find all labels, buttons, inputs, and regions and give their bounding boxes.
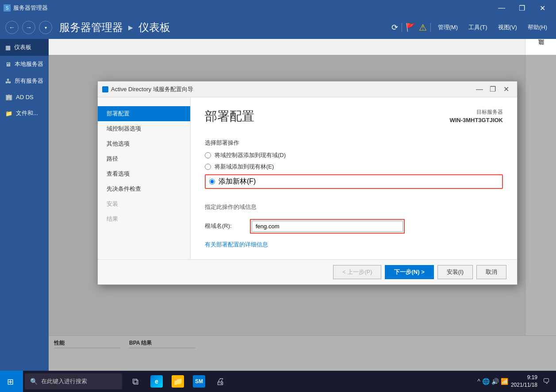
windows-logo-icon: ⊞ <box>7 377 16 386</box>
globe-icon[interactable]: 🌐 <box>482 378 490 385</box>
toolbar-title: 服务器管理器 <box>59 20 123 35</box>
radio-add-domain-to-existing-forest[interactable]: 将新域添加到现有林(E) <box>205 163 503 171</box>
radio-add-new-forest-container: 添加新林(F) <box>205 174 503 189</box>
dialog-app-icon <box>102 86 108 92</box>
dialog-nav-path[interactable]: 路径 <box>98 151 190 166</box>
domain-field-row: 根域名(R): <box>205 219 503 234</box>
toolbar-right: ⟳ 🚩 ⚠ 管理(M) 工具(T) 视图(V) 帮助(H) <box>391 22 551 33</box>
sm-main-area: ▦ 仪表板 🖥 本地服务器 🖧 所有服务器 🏢 AD DS 📁 文件和... <box>0 39 556 371</box>
notification-button[interactable]: 🗨 <box>540 375 552 388</box>
section-operation-label: 选择部署操作 <box>205 139 503 147</box>
tools-menu[interactable]: 工具(T) <box>465 22 491 33</box>
detail-link[interactable]: 有关部署配置的详细信息 <box>205 241 503 249</box>
nav-item-dashboard[interactable]: ▦ 仪表板 <box>0 39 49 56</box>
close-button[interactable]: ✕ <box>532 0 552 16</box>
flag-icon[interactable]: 🚩 <box>406 23 415 32</box>
dialog-body: 部署配置 域控制器选项 其他选项 路径 查看选项 先决条件检查 安装 结果 部署… <box>98 97 517 259</box>
dropdown-button[interactable]: ▾ <box>39 21 52 34</box>
domain-input[interactable] <box>252 221 403 232</box>
toolbar-arrow: ▶ <box>128 24 133 31</box>
dialog-nav-other[interactable]: 其他选项 <box>98 136 190 151</box>
dialog-nav-view[interactable]: 查看选项 <box>98 166 190 181</box>
taskbar-right: ^ 🌐 🔊 📶 9:19 2021/11/18 🗨 <box>477 374 556 389</box>
nav-icon-adds: 🏢 <box>5 94 12 100</box>
nav-icon-dashboard: ▦ <box>5 44 11 51</box>
system-tray: ^ 🌐 🔊 📶 <box>477 378 508 385</box>
taskbar-search[interactable]: 🔍 在此键入进行搜索 <box>25 373 122 389</box>
nav-icon-files: 📁 <box>5 110 12 117</box>
server-manager-app[interactable]: SM <box>189 372 209 391</box>
view-menu[interactable]: 视图(V) <box>495 22 521 33</box>
folder-icon: 📁 <box>172 375 184 388</box>
app-icon: S <box>4 4 11 12</box>
dialog-nav: 部署配置 域控制器选项 其他选项 路径 查看选项 先决条件检查 安装 结果 <box>98 97 191 259</box>
taskbar-apps: ⧉ e 📁 SM 🖨 <box>126 372 230 391</box>
cancel-button[interactable]: 取消 <box>476 265 506 279</box>
dialog-nav-dc[interactable]: 域控制器选项 <box>98 121 190 136</box>
start-button[interactable]: ⊞ <box>0 371 23 392</box>
title-bar: S 服务器管理器 — ❐ ✕ <box>0 0 556 16</box>
sm-nav: ▦ 仪表板 🖥 本地服务器 🖧 所有服务器 🏢 AD DS 📁 文件和... <box>0 39 49 371</box>
edge-app[interactable]: e <box>147 372 166 391</box>
dialog-close[interactable]: ✕ <box>499 83 513 96</box>
nav-icon-all: 🖧 <box>5 78 11 85</box>
chevron-up-icon[interactable]: ^ <box>477 378 480 385</box>
radio-add-new-forest[interactable] <box>209 179 215 184</box>
dialog-nav-deploy[interactable]: 部署配置 <box>98 106 190 121</box>
network-icon[interactable]: 📶 <box>501 378 508 385</box>
nav-item-all[interactable]: 🖧 所有服务器 <box>0 73 49 89</box>
search-icon: 🔍 <box>30 378 38 385</box>
notification-icon: 🗨 <box>543 377 550 385</box>
dialog-footer: < 上一步(P) 下一步(N) > 安装(I) 取消 <box>98 259 517 284</box>
manage-menu[interactable]: 管理(M) <box>434 22 462 33</box>
dialog-maximize[interactable]: ❐ <box>486 83 499 96</box>
dialog-content: 部署配置 目标服务器 WIN-3MHT3GTJIOK 选择部署操作 将域控制器添… <box>191 97 517 259</box>
refresh-icon[interactable]: ⟳ <box>391 23 398 32</box>
sm-toolbar: ← → ▾ 服务器管理器 ▶ 仪表板 ⟳ 🚩 ⚠ 管理(M) 工具(T) 视图(… <box>0 16 556 39</box>
domain-input-wrapper <box>250 219 405 234</box>
help-menu[interactable]: 帮助(H) <box>524 22 551 33</box>
file-explorer-app[interactable]: 📁 <box>168 372 188 391</box>
prev-button[interactable]: < 上一步(P) <box>333 265 382 279</box>
edge-icon: e <box>150 375 163 388</box>
dialog-title: Active Directory 域服务配置向导 <box>111 85 473 93</box>
window-controls: — ❐ ✕ <box>491 0 552 16</box>
adds-dialog: Active Directory 域服务配置向导 — ❐ ✕ 部署配置 域控制器… <box>97 81 518 285</box>
taskbar: ⊞ 🔍 在此键入进行搜索 ⧉ e 📁 SM 🖨 ^ 🌐 🔊 📶 9:19 <box>0 371 556 392</box>
forward-button[interactable]: → <box>22 21 35 34</box>
dialog-nav-prereq[interactable]: 先决条件检查 <box>98 181 190 196</box>
maximize-button[interactable]: ❐ <box>512 0 532 16</box>
next-button[interactable]: 下一步(N) > <box>385 265 433 279</box>
dialog-nav-install: 安装 <box>98 196 190 211</box>
nav-item-adds[interactable]: 🏢 AD DS <box>0 89 49 105</box>
dialog-section-title: 部署配置 <box>205 108 254 125</box>
separator2 <box>430 23 431 32</box>
nav-item-files[interactable]: 📁 文件和... <box>0 105 49 122</box>
toolbar-subtitle: 仪表板 <box>138 20 170 35</box>
server-manager-icon: SM <box>193 375 205 388</box>
volume-icon[interactable]: 🔊 <box>491 378 499 385</box>
hide-button[interactable]: 隐藏 <box>535 46 547 53</box>
minimize-button[interactable]: — <box>491 0 512 16</box>
dialog-titlebar: Active Directory 域服务配置向导 — ❐ ✕ <box>98 81 517 97</box>
nav-item-local[interactable]: 🖥 本地服务器 <box>0 56 49 73</box>
task-view-icon: ⧉ <box>132 377 138 387</box>
domain-field-label: 根域名(R): <box>205 222 245 230</box>
separator <box>402 23 402 32</box>
radio-group: 将域控制器添加到现有域(D) 将新域添加到现有林(E) 添加新林(F) <box>205 151 503 189</box>
system-clock[interactable]: 9:19 2021/11/18 <box>511 374 537 389</box>
back-button[interactable]: ← <box>5 21 19 34</box>
server-manager-window: S 服务器管理器 — ❐ ✕ ← → ▾ 服务器管理器 ▶ 仪表板 ⟳ 🚩 ⚠ … <box>0 0 556 371</box>
target-server-info: 目标服务器 WIN-3MHT3GTJIOK <box>449 108 503 125</box>
warning-icon: ⚠ <box>419 22 427 33</box>
task-view-button[interactable]: ⧉ <box>126 372 145 391</box>
dialog-nav-result: 结果 <box>98 211 190 227</box>
domain-info-label: 指定此操作的域信息 <box>205 203 503 211</box>
dialog-minimize[interactable]: — <box>473 83 486 96</box>
printer-app[interactable]: 🖨 <box>211 372 230 391</box>
radio-add-to-existing-domain[interactable]: 将域控制器添加到现有域(D) <box>205 151 503 159</box>
search-placeholder: 在此键入进行搜索 <box>41 377 87 385</box>
printer-icon: 🖨 <box>216 377 225 387</box>
install-button[interactable]: 安装(I) <box>437 265 473 279</box>
nav-icon-local: 🖥 <box>5 61 11 68</box>
